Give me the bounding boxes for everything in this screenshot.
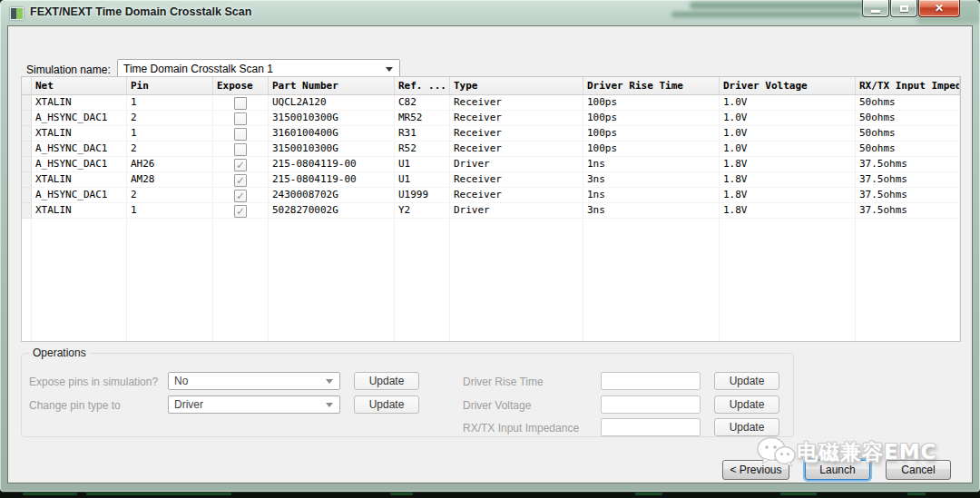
- table-row[interactable]: XTALIN 1 3160100400G R31 Receiver 100ps …: [22, 126, 960, 142]
- empty-table-row: [22, 320, 960, 335]
- cell-pin: 2: [127, 111, 213, 126]
- cell-rise-time: 100ps: [583, 95, 720, 111]
- pcb-trace: [635, 493, 662, 495]
- cell-voltage: 1.0V: [720, 142, 856, 157]
- cell-part-number: 5028270002G: [269, 203, 395, 219]
- expose-checkbox[interactable]: [234, 159, 247, 171]
- row-header-corner: [22, 77, 32, 95]
- table-row[interactable]: XTALIN AM28 215-0804119-00 U1 Receiver 3…: [22, 172, 960, 188]
- empty-table-row: [22, 262, 960, 277]
- row-header-cell: [22, 95, 32, 111]
- empty-table-row: [22, 306, 960, 320]
- row-header-cell: [22, 188, 32, 203]
- driver-rise-time-input[interactable]: [601, 372, 701, 390]
- expose-checkbox[interactable]: [234, 128, 247, 141]
- cancel-button[interactable]: Cancel: [886, 460, 951, 480]
- cell-type: Receiver: [450, 111, 583, 126]
- minimize-button[interactable]: [862, 0, 889, 17]
- table-row[interactable]: A_HSYNC_DAC1 2 3150010300G R52 Receiver …: [22, 142, 960, 157]
- expose-checkbox[interactable]: [234, 205, 247, 218]
- pcb-trace: [390, 493, 413, 495]
- expose-checkbox[interactable]: [234, 174, 247, 187]
- cell-type: Receiver: [450, 142, 583, 157]
- launch-button[interactable]: Launch: [805, 460, 870, 480]
- update-rise-time-button[interactable]: Update: [714, 372, 779, 390]
- table-row[interactable]: XTALIN 1 UQCL2A120 C82 Receiver 100ps 1.…: [22, 95, 960, 111]
- cell-type: Receiver: [450, 188, 583, 203]
- cell-impedance: 50ohms: [856, 95, 960, 111]
- cell-voltage: 1.0V: [720, 126, 856, 142]
- close-icon: ✕: [935, 1, 944, 16]
- title-bar[interactable]: FEXT/NEXT Time Domain Crosstalk Scan ✕: [0, 0, 980, 25]
- cell-rise-time: 1ns: [583, 157, 720, 172]
- row-header-cell: [22, 126, 32, 142]
- expose-pins-combobox[interactable]: No: [168, 372, 340, 390]
- cell-voltage: 1.8V: [720, 188, 856, 203]
- cell-expose: [213, 142, 269, 157]
- glass-reflection: [671, 12, 862, 17]
- update-expose-button[interactable]: Update: [354, 372, 419, 390]
- caption-buttons: ✕: [861, 0, 960, 17]
- cell-pin: AM28: [127, 172, 213, 188]
- column-header[interactable]: Driver Rise Time: [583, 77, 720, 95]
- row-header-cell: [22, 157, 32, 172]
- change-pin-type-combobox[interactable]: Driver: [168, 395, 340, 414]
- cell-net: XTALIN: [32, 126, 127, 142]
- cell-ref: Y2: [395, 203, 450, 219]
- driver-rise-time-label: Driver Rise Time: [463, 376, 544, 388]
- rxtx-impedance-label: RX/TX Input Impedance: [463, 422, 579, 435]
- cell-ref: U1: [395, 157, 450, 172]
- cell-impedance: 50ohms: [856, 111, 960, 126]
- column-header[interactable]: Part Number: [269, 77, 395, 95]
- cell-part-number: 215-0804119-00: [269, 172, 395, 188]
- cell-ref: R52: [395, 142, 450, 157]
- cell-net: XTALIN: [32, 172, 127, 188]
- empty-table-row: [22, 335, 960, 342]
- app-icon: [10, 7, 24, 20]
- change-pin-type-value: Driver: [174, 398, 203, 411]
- cell-voltage: 1.8V: [720, 172, 856, 188]
- driver-voltage-input[interactable]: [601, 395, 701, 414]
- rxtx-impedance-input[interactable]: [601, 418, 701, 436]
- column-header[interactable]: Net: [32, 77, 127, 95]
- column-header[interactable]: Type: [450, 77, 583, 95]
- cell-impedance: 37.5ohms: [856, 172, 960, 188]
- pcb-trace: [780, 493, 817, 495]
- update-impedance-button[interactable]: Update: [714, 418, 779, 436]
- cell-pin: 2: [127, 188, 213, 203]
- expose-checkbox[interactable]: [234, 143, 247, 156]
- table-row[interactable]: A_HSYNC_DAC1 AH26 215-0804119-00 U1 Driv…: [22, 157, 960, 172]
- cell-rise-time: 3ns: [583, 172, 720, 188]
- cell-expose: [213, 157, 269, 172]
- table-row[interactable]: A_HSYNC_DAC1 2 2430008702G U1999 Receive…: [22, 188, 960, 203]
- cell-net: A_HSYNC_DAC1: [32, 142, 127, 157]
- update-voltage-button[interactable]: Update: [714, 395, 779, 414]
- column-header[interactable]: Driver Voltage: [720, 77, 856, 95]
- maximize-icon: [900, 5, 908, 12]
- cell-expose: [213, 172, 269, 188]
- pcb-trace: [23, 493, 77, 495]
- cell-ref: U1999: [395, 188, 450, 203]
- column-header[interactable]: Expose: [213, 77, 269, 95]
- expose-checkbox[interactable]: [234, 112, 247, 125]
- maximize-button[interactable]: [890, 0, 917, 17]
- dialog-window: FEXT/NEXT Time Domain Crosstalk Scan ✕ S…: [0, 0, 980, 492]
- row-header-cell: [22, 203, 32, 219]
- column-header[interactable]: RX/TX Input Impedance: [856, 77, 960, 95]
- cell-impedance: 37.5ohms: [856, 188, 960, 203]
- table-body: XTALIN 1 UQCL2A120 C82 Receiver 100ps 1.…: [22, 95, 960, 343]
- previous-button[interactable]: < Previous: [722, 460, 789, 480]
- column-header[interactable]: Pin: [127, 77, 213, 95]
- cell-net: XTALIN: [32, 203, 127, 219]
- table-row[interactable]: XTALIN 1 5028270002G Y2 Driver 3ns 1.8V …: [22, 203, 960, 219]
- cell-part-number: 3150010300G: [269, 111, 395, 126]
- update-pin-type-button[interactable]: Update: [354, 395, 419, 414]
- close-button[interactable]: ✕: [918, 0, 960, 17]
- table-row[interactable]: A_HSYNC_DAC1 2 3150010300G MR52 Receiver…: [22, 111, 960, 126]
- column-header[interactable]: Ref. ...: [395, 77, 450, 95]
- operations-title: Operations: [29, 347, 90, 359]
- cell-voltage: 1.0V: [720, 95, 856, 111]
- expose-checkbox[interactable]: [234, 97, 247, 110]
- empty-table-row: [22, 219, 960, 234]
- expose-checkbox[interactable]: [234, 190, 247, 202]
